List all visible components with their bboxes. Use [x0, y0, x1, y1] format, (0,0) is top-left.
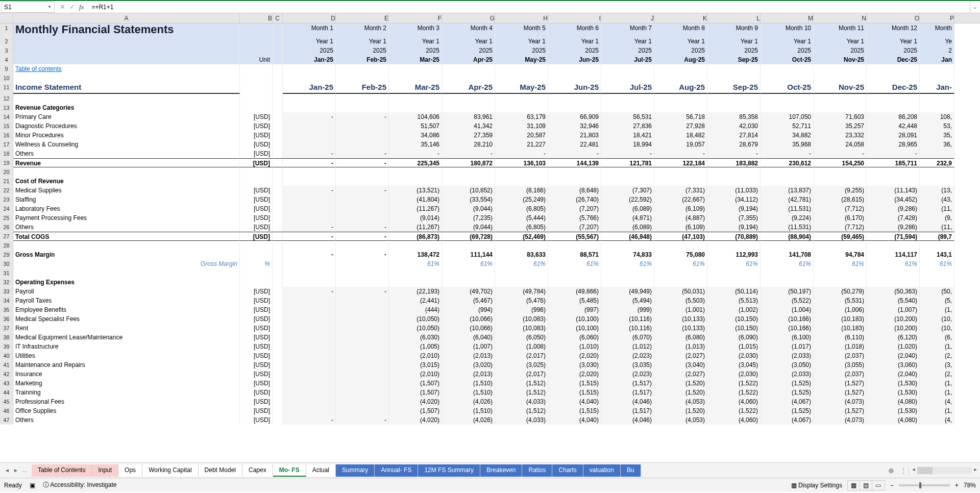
data-cell[interactable]	[283, 333, 336, 342]
row-header[interactable]: 46	[0, 406, 13, 415]
data-cell[interactable]	[920, 73, 954, 83]
data-cell[interactable]	[336, 351, 389, 360]
data-cell[interactable]: (50,031)	[654, 287, 707, 296]
scroll-left-icon[interactable]: ◄	[910, 467, 917, 474]
data-cell[interactable]: (2,017)	[495, 369, 548, 379]
data-cell[interactable]: (11,267)	[389, 204, 442, 213]
data-cell[interactable]: 19,057	[654, 140, 707, 149]
data-cell[interactable]	[283, 103, 336, 112]
data-cell[interactable]: (10,200)	[867, 314, 920, 324]
unit-cell[interactable]: [USD]	[240, 369, 273, 379]
data-cell[interactable]: (3,060)	[867, 360, 920, 369]
data-cell[interactable]: Month 5	[495, 23, 548, 37]
data-cell[interactable]	[283, 121, 336, 131]
data-cell[interactable]	[283, 204, 336, 213]
data-cell[interactable]	[761, 167, 814, 177]
data-cell[interactable]: (6,	[920, 333, 954, 342]
data-cell[interactable]	[336, 140, 389, 149]
data-cell[interactable]: (9,255)	[814, 186, 867, 195]
unit-cell[interactable]: [USD]	[240, 314, 273, 324]
data-cell[interactable]	[654, 177, 707, 186]
row-header[interactable]: 18	[0, 149, 13, 158]
row-label[interactable]: Laboratory Fees	[13, 204, 240, 213]
data-cell[interactable]: (1,013)	[654, 342, 707, 351]
cell[interactable]	[273, 73, 283, 83]
gross-margin-label[interactable]: Gross Margin	[13, 250, 240, 259]
data-cell[interactable]: (1,520)	[654, 388, 707, 397]
horizontal-scrollbar[interactable]: ◄ ►	[909, 467, 980, 474]
data-cell[interactable]: (999)	[601, 305, 654, 314]
data-cell[interactable]	[814, 241, 867, 250]
data-cell[interactable]: 61%	[707, 259, 761, 268]
data-cell[interactable]: (3,	[920, 360, 954, 369]
data-cell[interactable]	[336, 296, 389, 305]
cell[interactable]	[273, 213, 283, 223]
data-cell[interactable]	[920, 167, 954, 177]
data-cell[interactable]: (10,116)	[601, 314, 654, 324]
data-cell[interactable]	[654, 278, 707, 287]
data-cell[interactable]: 66,909	[548, 112, 601, 121]
data-cell[interactable]: Jul-25	[601, 83, 654, 94]
row-header[interactable]: 41	[0, 360, 13, 369]
data-cell[interactable]	[389, 73, 442, 83]
sheet-tab[interactable]: Table of Contents	[32, 464, 92, 477]
data-cell[interactable]: 2025	[389, 46, 442, 55]
row-label[interactable]: Employee Benefits	[13, 305, 240, 314]
cell[interactable]	[273, 278, 283, 287]
data-cell[interactable]: (11,	[920, 223, 954, 232]
data-cell[interactable]: 21,803	[548, 131, 601, 140]
cell[interactable]	[273, 342, 283, 351]
data-cell[interactable]: 61%	[920, 259, 954, 268]
row-header[interactable]: 19	[0, 158, 13, 167]
data-cell[interactable]: (1,	[920, 379, 954, 388]
row-header[interactable]: 11	[0, 83, 13, 94]
data-cell[interactable]: (4,067)	[761, 397, 814, 406]
data-cell[interactable]	[920, 268, 954, 278]
row-header[interactable]: 32	[0, 278, 13, 287]
data-cell[interactable]	[283, 94, 336, 103]
data-cell[interactable]: (4,053)	[654, 397, 707, 406]
data-cell[interactable]: (3,035)	[601, 360, 654, 369]
column-header-L[interactable]: L	[707, 13, 761, 23]
data-cell[interactable]: Feb-25	[336, 55, 389, 64]
data-cell[interactable]: (7,428)	[867, 213, 920, 223]
data-cell[interactable]: (4,046)	[601, 397, 654, 406]
data-cell[interactable]: 61%	[654, 259, 707, 268]
data-cell[interactable]: (9,286)	[867, 204, 920, 213]
data-cell[interactable]: (1,515)	[548, 379, 601, 388]
enter-icon[interactable]: ✓	[69, 3, 75, 11]
data-cell[interactable]	[867, 177, 920, 186]
data-cell[interactable]: (10,183)	[814, 314, 867, 324]
data-cell[interactable]: 61%	[601, 259, 654, 268]
data-cell[interactable]: Year 1	[654, 37, 707, 46]
data-cell[interactable]	[920, 177, 954, 186]
cell[interactable]	[273, 23, 283, 37]
data-cell[interactable]: (22,667)	[654, 195, 707, 204]
cell[interactable]	[240, 177, 273, 186]
cell[interactable]	[13, 55, 240, 64]
data-cell[interactable]	[707, 278, 761, 287]
data-cell[interactable]: Jan-25	[283, 83, 336, 94]
data-cell[interactable]: -	[283, 112, 336, 121]
data-cell[interactable]	[707, 268, 761, 278]
data-cell[interactable]: (2,017)	[495, 351, 548, 360]
data-cell[interactable]	[336, 204, 389, 213]
data-cell[interactable]: -	[548, 149, 601, 158]
data-cell[interactable]: -	[814, 149, 867, 158]
data-cell[interactable]: (7,207)	[548, 223, 601, 232]
data-cell[interactable]: (9,044)	[442, 223, 495, 232]
data-cell[interactable]: 94,784	[814, 250, 867, 259]
row-header[interactable]: 42	[0, 369, 13, 379]
data-cell[interactable]: (1,522)	[707, 406, 761, 415]
row-header[interactable]: 17	[0, 140, 13, 149]
column-header-I[interactable]: I	[548, 13, 601, 23]
data-cell[interactable]: 154,250	[814, 158, 867, 167]
data-cell[interactable]: (1,520)	[654, 379, 707, 388]
data-cell[interactable]: (10,852)	[442, 186, 495, 195]
data-cell[interactable]: (4,040)	[548, 415, 601, 425]
data-cell[interactable]	[548, 241, 601, 250]
data-cell[interactable]: Month 8	[654, 23, 707, 37]
data-cell[interactable]: (444)	[389, 305, 442, 314]
unit-cell[interactable]: [USD]	[240, 223, 273, 232]
unit-cell[interactable]: [USD]	[240, 186, 273, 195]
